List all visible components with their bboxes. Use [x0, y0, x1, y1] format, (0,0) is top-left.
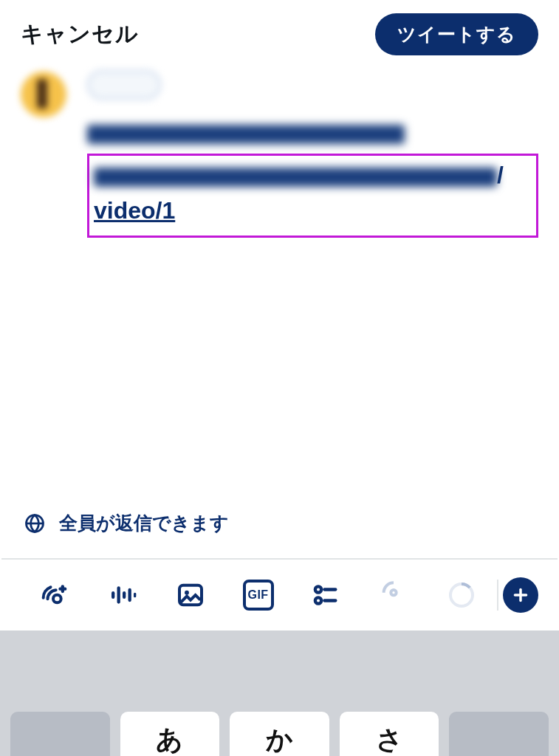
- image-icon: [176, 580, 205, 610]
- tweet-button[interactable]: ツイートする: [375, 13, 538, 55]
- gif-icon: GIF: [243, 580, 274, 611]
- divider: [1, 558, 558, 560]
- audience-selector[interactable]: [87, 70, 161, 100]
- svg-point-11: [391, 590, 397, 595]
- location-icon: [379, 580, 408, 610]
- tweet-link-text: video/1: [94, 197, 175, 224]
- avatar: [21, 72, 66, 117]
- add-thread-button[interactable]: [503, 577, 538, 613]
- reply-settings-button[interactable]: 全員が返信できます: [0, 511, 559, 535]
- soft-keyboard[interactable]: あ か さ: [0, 630, 559, 756]
- svg-rect-3: [117, 586, 120, 603]
- cancel-button[interactable]: キャンセル: [21, 19, 139, 49]
- keyboard-key-system-right[interactable]: [449, 712, 549, 756]
- svg-point-10: [315, 597, 321, 603]
- toolbar-separator: [497, 580, 498, 611]
- character-count: [428, 580, 495, 610]
- svg-point-9: [315, 586, 321, 592]
- tweet-text-input[interactable]: / video/1: [87, 116, 538, 238]
- voice-icon: [40, 580, 69, 610]
- svg-rect-2: [112, 591, 114, 599]
- blurred-url-line-2: [94, 168, 497, 187]
- keyboard-key-a[interactable]: あ: [120, 712, 220, 756]
- add-location-button[interactable]: [360, 580, 428, 610]
- blurred-url-line-1: [87, 125, 405, 144]
- svg-rect-5: [128, 588, 131, 602]
- progress-ring-icon: [447, 580, 476, 610]
- poll-icon: [311, 580, 340, 610]
- voice-tweet-button[interactable]: [21, 580, 89, 610]
- svg-rect-4: [123, 591, 126, 599]
- keyboard-key-system-left[interactable]: [10, 712, 110, 756]
- svg-point-8: [185, 591, 189, 595]
- svg-rect-6: [134, 593, 136, 598]
- add-poll-button[interactable]: [292, 580, 360, 610]
- plus-icon: [511, 585, 530, 605]
- spaces-button[interactable]: [89, 580, 157, 610]
- keyboard-key-ka[interactable]: か: [230, 712, 329, 756]
- compose-toolbar: GIF: [0, 568, 559, 622]
- keyboard-key-sa[interactable]: さ: [340, 712, 439, 756]
- globe-icon: [24, 512, 46, 535]
- add-gif-button[interactable]: GIF: [224, 580, 292, 611]
- compose-area: / video/1: [0, 63, 559, 238]
- instruction-highlight-box: / video/1: [87, 154, 538, 238]
- svg-point-1: [53, 595, 61, 603]
- spaces-icon: [108, 580, 137, 610]
- add-photo-button[interactable]: [157, 580, 224, 610]
- reply-settings-label: 全員が返信できます: [59, 511, 229, 535]
